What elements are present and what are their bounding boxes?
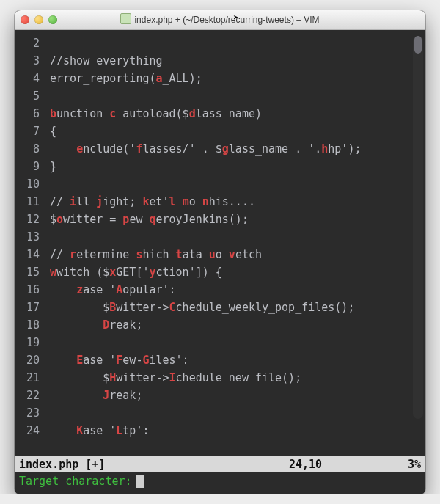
easymotion-target[interactable]: x: [109, 266, 116, 279]
code-line[interactable]: error_reporting(a_ALL);: [50, 70, 422, 87]
scrollbar-thumb[interactable]: [414, 36, 422, 54]
code-line[interactable]: Jreak;: [50, 387, 422, 404]
easymotion-target[interactable]: F: [116, 354, 122, 367]
line-number: 2: [15, 34, 40, 52]
command-line[interactable]: Target character:: [15, 472, 425, 494]
status-percent: 3%: [377, 456, 421, 472]
easymotion-target[interactable]: L: [116, 424, 122, 437]
zoom-icon[interactable]: [48, 15, 57, 24]
easymotion-target[interactable]: H: [109, 371, 116, 384]
line-number: 19: [15, 334, 40, 351]
code-line[interactable]: zase 'Aopular':: [50, 281, 422, 299]
editor-window: index.php + (~/Desktop/recurring-tweets)…: [15, 10, 425, 494]
line-number: 14: [15, 246, 40, 263]
text-cursor-icon: [136, 475, 144, 488]
easymotion-target[interactable]: a: [156, 72, 163, 85]
code-line[interactable]: $Hwitter->Ichedule_new_file();: [50, 369, 422, 387]
code-line[interactable]: Kase 'Ltp':: [50, 422, 422, 439]
line-number: 12: [15, 211, 40, 228]
line-number: 18: [15, 316, 40, 334]
code-line[interactable]: [50, 87, 422, 105]
code-line[interactable]: [50, 175, 422, 193]
easymotion-target[interactable]: n: [202, 195, 209, 208]
line-number: 15: [15, 263, 40, 281]
line-number: 20: [15, 351, 40, 369]
easymotion-target[interactable]: f: [136, 142, 142, 156]
code-line[interactable]: }: [50, 158, 422, 175]
easymotion-target[interactable]: D: [103, 318, 109, 332]
line-number: 5: [15, 87, 40, 105]
easymotion-target[interactable]: B: [109, 301, 116, 314]
line-number: 7: [15, 123, 40, 140]
easymotion-target[interactable]: E: [76, 354, 83, 367]
titlebar[interactable]: index.php + (~/Desktop/recurring-tweets)…: [15, 10, 425, 30]
easymotion-target[interactable]: s: [136, 248, 142, 261]
line-number-gutter: 23456789101112131415161718192021222324: [15, 30, 44, 456]
line-number: 6: [15, 105, 40, 123]
easymotion-target[interactable]: K: [76, 424, 83, 437]
easymotion-target[interactable]: I: [169, 371, 176, 384]
easymotion-target[interactable]: k: [142, 195, 149, 208]
line-number: 8: [15, 140, 40, 158]
code-line[interactable]: //show everything: [50, 52, 422, 70]
easymotion-target[interactable]: d: [189, 107, 196, 120]
code-line[interactable]: bunction c_autoload($dlass_name): [50, 105, 422, 123]
line-number: 3: [15, 52, 40, 70]
window-title-text: index.php + (~/Desktop/recurring-tweets)…: [134, 15, 319, 25]
easymotion-target[interactable]: p: [122, 213, 129, 226]
code-area[interactable]: //show everythingerror_reporting(a_ALL);…: [44, 30, 425, 456]
easymotion-target[interactable]: j: [96, 195, 103, 208]
code-line[interactable]: [50, 404, 422, 422]
status-bar: index.php [+] 24,10 3%: [15, 456, 425, 472]
line-number: 23: [15, 404, 40, 422]
code-line[interactable]: enclude('flasses/' . $glass_name . '.hhp…: [50, 140, 422, 158]
minimize-icon[interactable]: [34, 15, 43, 24]
code-line[interactable]: Dreak;: [50, 316, 422, 334]
line-number: 21: [15, 369, 40, 387]
line-number: 13: [15, 228, 40, 246]
code-line[interactable]: // ill jight; ket'l mo nhis....: [50, 193, 422, 211]
easymotion-target[interactable]: w: [50, 266, 56, 279]
easymotion-target[interactable]: h: [321, 142, 328, 156]
easymotion-target[interactable]: c: [109, 107, 116, 120]
code-line[interactable]: Ease 'Few-Giles':: [50, 351, 422, 369]
window-controls: [21, 15, 57, 24]
code-line[interactable]: [50, 34, 422, 52]
vertical-scrollbar[interactable]: [413, 36, 423, 419]
easymotion-target[interactable]: g: [222, 142, 229, 156]
easymotion-target[interactable]: l: [169, 195, 176, 208]
line-number: 24: [15, 422, 40, 439]
easymotion-target[interactable]: e: [76, 142, 83, 156]
code-line[interactable]: $Bwitter->Cchedule_weekly_pop_files();: [50, 299, 422, 316]
easymotion-target[interactable]: z: [76, 283, 83, 296]
line-number: 16: [15, 281, 40, 299]
code-line[interactable]: wwitch ($xGET['yction']) {: [50, 263, 422, 281]
code-line[interactable]: [50, 334, 422, 351]
easymotion-target[interactable]: v: [229, 248, 235, 261]
easymotion-target[interactable]: t: [176, 248, 183, 261]
easymotion-target[interactable]: y: [149, 266, 155, 279]
editor-area[interactable]: 23456789101112131415161718192021222324 /…: [15, 30, 425, 456]
close-icon[interactable]: [21, 15, 29, 24]
status-position: 24,10: [289, 456, 377, 472]
code-line[interactable]: $owitter = pew qeroyJenkins();: [50, 211, 422, 228]
easymotion-target[interactable]: u: [209, 248, 216, 261]
easymotion-target[interactable]: m: [183, 195, 189, 208]
status-file: index.php [+]: [19, 456, 289, 472]
line-number: 9: [15, 158, 40, 175]
easymotion-target[interactable]: A: [116, 283, 122, 296]
file-icon: [120, 13, 131, 24]
code-line[interactable]: [50, 228, 422, 246]
line-number: 10: [15, 175, 40, 193]
easymotion-target[interactable]: J: [103, 389, 109, 402]
code-line[interactable]: // retermine shich tata uo vetch: [50, 246, 422, 263]
easymotion-target[interactable]: i: [70, 195, 76, 208]
easymotion-target[interactable]: o: [56, 213, 63, 226]
easymotion-target[interactable]: b: [50, 107, 56, 120]
easymotion-target[interactable]: G: [142, 354, 149, 367]
easymotion-target[interactable]: q: [149, 213, 155, 226]
code-line[interactable]: {: [50, 123, 422, 140]
easymotion-target[interactable]: r: [70, 248, 76, 261]
easymotion-target[interactable]: C: [169, 301, 176, 314]
window-title: index.php + (~/Desktop/recurring-tweets)…: [15, 10, 425, 29]
